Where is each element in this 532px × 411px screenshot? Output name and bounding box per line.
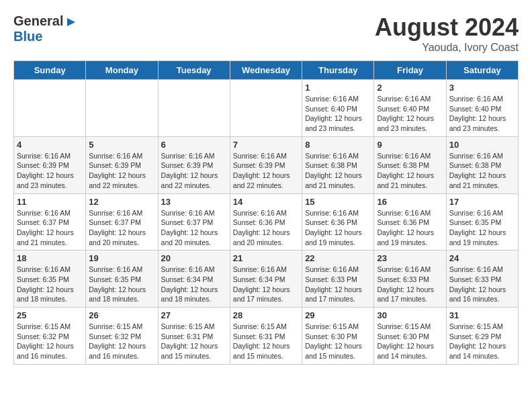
day-header-monday: Monday <box>86 61 158 80</box>
day-number: 24 <box>449 253 515 263</box>
calendar-cell: 8Sunrise: 6:16 AM Sunset: 6:38 PM Daylig… <box>302 136 374 193</box>
calendar-week-1: 1Sunrise: 6:16 AM Sunset: 6:40 PM Daylig… <box>14 80 519 137</box>
calendar-cell: 22Sunrise: 6:16 AM Sunset: 6:33 PM Dayli… <box>302 250 374 308</box>
calendar-week-4: 18Sunrise: 6:16 AM Sunset: 6:35 PM Dayli… <box>14 250 519 308</box>
day-info: Sunrise: 6:16 AM Sunset: 6:33 PM Dayligh… <box>305 265 371 304</box>
calendar-week-2: 4Sunrise: 6:16 AM Sunset: 6:39 PM Daylig… <box>14 136 519 193</box>
day-info: Sunrise: 6:16 AM Sunset: 6:38 PM Dayligh… <box>305 151 371 191</box>
day-number: 28 <box>233 310 299 320</box>
calendar-cell <box>230 80 302 137</box>
day-info: Sunrise: 6:16 AM Sunset: 6:37 PM Dayligh… <box>17 208 83 248</box>
day-info: Sunrise: 6:15 AM Sunset: 6:31 PM Dayligh… <box>233 322 299 361</box>
day-number: 6 <box>161 140 227 150</box>
day-number: 14 <box>233 197 299 207</box>
day-number: 31 <box>449 310 515 320</box>
calendar-cell: 12Sunrise: 6:16 AM Sunset: 6:37 PM Dayli… <box>86 193 158 250</box>
day-number: 3 <box>449 83 515 93</box>
day-info: Sunrise: 6:16 AM Sunset: 6:36 PM Dayligh… <box>233 208 299 248</box>
day-info: Sunrise: 6:15 AM Sunset: 6:32 PM Dayligh… <box>89 322 154 361</box>
day-info: Sunrise: 6:16 AM Sunset: 6:35 PM Dayligh… <box>17 265 83 304</box>
day-number: 7 <box>233 140 299 150</box>
calendar-cell: 3Sunrise: 6:16 AM Sunset: 6:40 PM Daylig… <box>446 80 518 137</box>
day-number: 10 <box>449 140 515 150</box>
day-number: 22 <box>305 253 371 263</box>
calendar-subtitle: Yaouda, Ivory Coast <box>375 42 519 54</box>
day-header-tuesday: Tuesday <box>158 61 230 80</box>
day-info: Sunrise: 6:16 AM Sunset: 6:33 PM Dayligh… <box>449 265 515 304</box>
day-number: 23 <box>377 253 443 263</box>
calendar-table: SundayMondayTuesdayWednesdayThursdayFrid… <box>13 60 519 365</box>
day-number: 12 <box>89 197 154 207</box>
day-number: 25 <box>17 310 83 320</box>
calendar-cell: 2Sunrise: 6:16 AM Sunset: 6:40 PM Daylig… <box>374 80 446 137</box>
calendar-cell: 18Sunrise: 6:16 AM Sunset: 6:35 PM Dayli… <box>14 250 86 308</box>
calendar-cell: 25Sunrise: 6:15 AM Sunset: 6:32 PM Dayli… <box>14 308 86 365</box>
calendar-cell <box>86 80 158 137</box>
day-info: Sunrise: 6:16 AM Sunset: 6:37 PM Dayligh… <box>89 208 154 248</box>
day-info: Sunrise: 6:16 AM Sunset: 6:40 PM Dayligh… <box>377 94 443 134</box>
day-info: Sunrise: 6:16 AM Sunset: 6:36 PM Dayligh… <box>305 208 371 248</box>
day-number: 29 <box>305 310 371 320</box>
day-number: 17 <box>449 197 515 207</box>
days-of-week-row: SundayMondayTuesdayWednesdayThursdayFrid… <box>14 61 519 80</box>
day-info: Sunrise: 6:16 AM Sunset: 6:34 PM Dayligh… <box>161 265 227 304</box>
calendar-week-3: 11Sunrise: 6:16 AM Sunset: 6:37 PM Dayli… <box>14 193 519 250</box>
day-info: Sunrise: 6:16 AM Sunset: 6:35 PM Dayligh… <box>89 265 154 304</box>
day-info: Sunrise: 6:16 AM Sunset: 6:34 PM Dayligh… <box>233 265 299 304</box>
calendar-cell: 13Sunrise: 6:16 AM Sunset: 6:37 PM Dayli… <box>158 193 230 250</box>
day-info: Sunrise: 6:15 AM Sunset: 6:29 PM Dayligh… <box>449 322 515 361</box>
day-info: Sunrise: 6:15 AM Sunset: 6:31 PM Dayligh… <box>161 322 227 361</box>
day-number: 4 <box>17 140 83 150</box>
day-number: 30 <box>377 310 443 320</box>
calendar-cell: 26Sunrise: 6:15 AM Sunset: 6:32 PM Dayli… <box>86 308 158 365</box>
calendar-cell: 21Sunrise: 6:16 AM Sunset: 6:34 PM Dayli… <box>230 250 302 308</box>
calendar-cell: 20Sunrise: 6:16 AM Sunset: 6:34 PM Dayli… <box>158 250 230 308</box>
day-info: Sunrise: 6:16 AM Sunset: 6:39 PM Dayligh… <box>89 151 154 191</box>
calendar-cell: 23Sunrise: 6:16 AM Sunset: 6:33 PM Dayli… <box>374 250 446 308</box>
calendar-cell: 28Sunrise: 6:15 AM Sunset: 6:31 PM Dayli… <box>230 308 302 365</box>
day-number: 15 <box>305 197 371 207</box>
day-info: Sunrise: 6:16 AM Sunset: 6:33 PM Dayligh… <box>377 265 443 304</box>
calendar-cell <box>14 80 86 137</box>
day-info: Sunrise: 6:16 AM Sunset: 6:35 PM Dayligh… <box>449 208 515 248</box>
day-number: 8 <box>305 140 371 150</box>
day-number: 1 <box>305 83 371 93</box>
logo: General Blue <box>13 13 78 44</box>
calendar-cell: 27Sunrise: 6:15 AM Sunset: 6:31 PM Dayli… <box>158 308 230 365</box>
calendar-cell: 9Sunrise: 6:16 AM Sunset: 6:38 PM Daylig… <box>374 136 446 193</box>
title-block: August 2024 Yaouda, Ivory Coast <box>375 13 519 54</box>
day-info: Sunrise: 6:16 AM Sunset: 6:37 PM Dayligh… <box>161 208 227 248</box>
day-number: 11 <box>17 197 83 207</box>
calendar-cell: 7Sunrise: 6:16 AM Sunset: 6:39 PM Daylig… <box>230 136 302 193</box>
day-number: 16 <box>377 197 443 207</box>
day-number: 26 <box>89 310 154 320</box>
day-header-wednesday: Wednesday <box>230 61 302 80</box>
day-number: 20 <box>161 253 227 263</box>
calendar-cell: 19Sunrise: 6:16 AM Sunset: 6:35 PM Dayli… <box>86 250 158 308</box>
day-number: 13 <box>161 197 227 207</box>
day-number: 5 <box>89 140 154 150</box>
calendar-cell: 29Sunrise: 6:15 AM Sunset: 6:30 PM Dayli… <box>302 308 374 365</box>
day-info: Sunrise: 6:15 AM Sunset: 6:32 PM Dayligh… <box>17 322 83 361</box>
day-number: 27 <box>161 310 227 320</box>
day-header-saturday: Saturday <box>446 61 518 80</box>
day-info: Sunrise: 6:16 AM Sunset: 6:38 PM Dayligh… <box>377 151 443 191</box>
calendar-title: August 2024 <box>375 13 519 42</box>
calendar-cell <box>158 80 230 137</box>
day-info: Sunrise: 6:16 AM Sunset: 6:39 PM Dayligh… <box>17 151 83 191</box>
day-info: Sunrise: 6:15 AM Sunset: 6:30 PM Dayligh… <box>305 322 371 361</box>
day-info: Sunrise: 6:16 AM Sunset: 6:40 PM Dayligh… <box>449 94 515 134</box>
logo-general-text: General <box>13 13 63 29</box>
calendar-week-5: 25Sunrise: 6:15 AM Sunset: 6:32 PM Dayli… <box>14 308 519 365</box>
day-header-thursday: Thursday <box>302 61 374 80</box>
day-header-sunday: Sunday <box>14 61 86 80</box>
day-header-friday: Friday <box>374 61 446 80</box>
calendar-body: 1Sunrise: 6:16 AM Sunset: 6:40 PM Daylig… <box>14 80 519 365</box>
day-number: 9 <box>377 140 443 150</box>
calendar-cell: 1Sunrise: 6:16 AM Sunset: 6:40 PM Daylig… <box>302 80 374 137</box>
calendar-cell: 6Sunrise: 6:16 AM Sunset: 6:39 PM Daylig… <box>158 136 230 193</box>
calendar-cell: 30Sunrise: 6:15 AM Sunset: 6:30 PM Dayli… <box>374 308 446 365</box>
day-info: Sunrise: 6:16 AM Sunset: 6:39 PM Dayligh… <box>161 151 227 191</box>
day-info: Sunrise: 6:16 AM Sunset: 6:40 PM Dayligh… <box>305 94 371 134</box>
calendar-cell: 16Sunrise: 6:16 AM Sunset: 6:36 PM Dayli… <box>374 193 446 250</box>
